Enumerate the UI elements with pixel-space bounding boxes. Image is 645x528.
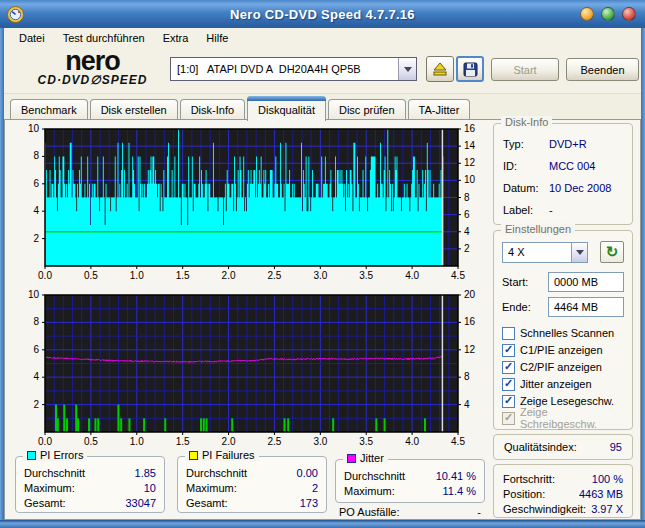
close-button[interactable] xyxy=(622,7,636,21)
jitter-title: Jitter xyxy=(360,452,384,464)
tab-diskqualitaet[interactable]: Diskqualität xyxy=(247,96,326,121)
jitter-legend-swatch xyxy=(347,454,356,463)
svg-text:3.0: 3.0 xyxy=(313,270,327,281)
settings-panel: Einstellungen 4 X ↻ Start: Ende: xyxy=(493,230,633,430)
svg-text:1.0: 1.0 xyxy=(130,270,144,281)
quality-index-label: Qualitätsindex: xyxy=(504,435,577,459)
svg-text:4.0: 4.0 xyxy=(405,436,419,447)
svg-text:8: 8 xyxy=(33,316,39,327)
pi-errors-chart: 2468102468101214160.00.51.01.52.02.53.03… xyxy=(13,124,489,282)
disk-info-title: Disk-Info xyxy=(501,116,552,128)
pi-failures-panel: PI Failures Durchschnitt0.00 Maximum:2 G… xyxy=(177,456,327,513)
checkbox-schnelles-scannen[interactable]: Schnelles Scannen xyxy=(502,325,624,341)
svg-text:2.0: 2.0 xyxy=(222,436,236,447)
pi-errors-panel: PI Errors Durchschnitt1.85 Maximum:10 Ge… xyxy=(15,456,165,513)
stat-row: Maximum:10 xyxy=(24,481,156,496)
svg-text:12: 12 xyxy=(464,344,476,355)
start-button[interactable]: Start xyxy=(491,58,559,81)
tab-disk-erstellen[interactable]: Disk erstellen xyxy=(90,99,178,120)
stat-row: Durchschnitt1.85 xyxy=(24,466,156,481)
menu-test-durchfuehren[interactable]: Test durchführen xyxy=(54,30,154,46)
nero-logo-subtitle: CD·DVD∅SPEED xyxy=(20,74,165,86)
disk-info-panel: Disk-Info Typ:DVD+R ID:MCC 004 Datum:10 … xyxy=(493,123,633,225)
quit-button[interactable]: Beenden xyxy=(566,58,639,81)
svg-text:0.5: 0.5 xyxy=(84,436,98,447)
speed-select-arrow[interactable] xyxy=(571,243,587,262)
svg-text:2.5: 2.5 xyxy=(267,270,281,281)
drive-select-value: [1:0] ATAPI DVD A DH20A4H QP5B xyxy=(171,63,398,75)
svg-text:4: 4 xyxy=(33,371,39,382)
tab-ta-jitter[interactable]: TA-Jitter xyxy=(408,99,471,120)
tab-disk-info[interactable]: Disk-Info xyxy=(180,99,245,120)
tab-benchmark[interactable]: Benchmark xyxy=(10,99,88,120)
chevron-down-icon xyxy=(404,67,412,72)
pi-failures-jitter-chart: 246810481216200.00.51.01.52.02.53.03.54.… xyxy=(13,290,489,448)
svg-text:6: 6 xyxy=(33,344,39,355)
disk-info-row: Typ:DVD+R xyxy=(503,133,623,155)
disk-info-row: ID:MCC 004 xyxy=(503,155,623,177)
po-failures-row: PO Ausfälle: - xyxy=(339,506,481,518)
minimize-button[interactable] xyxy=(580,7,594,21)
menu-datei[interactable]: Datei xyxy=(10,30,54,46)
svg-text:8: 8 xyxy=(464,371,470,382)
svg-text:0.0: 0.0 xyxy=(38,270,52,281)
svg-text:10: 10 xyxy=(464,174,476,185)
po-failures-value: - xyxy=(477,506,481,518)
checkbox-jitter-anzeigen[interactable]: Jitter anzeigen xyxy=(502,376,624,392)
menu-hilfe[interactable]: Hilfe xyxy=(197,30,237,46)
svg-text:4: 4 xyxy=(33,205,39,216)
svg-text:2: 2 xyxy=(33,233,39,244)
checkbox-icon xyxy=(502,361,515,374)
start-field-label: Start: xyxy=(502,276,528,288)
end-field-label: Ende: xyxy=(502,301,531,313)
nero-logo: nero CD·DVD∅SPEED xyxy=(20,49,165,86)
refresh-button[interactable]: ↻ xyxy=(600,241,624,263)
checkbox-c2-pif-anzeigen[interactable]: C2/PIF anzeigen xyxy=(502,359,624,375)
svg-text:6: 6 xyxy=(464,209,470,220)
app-window: Nero CD-DVD Speed 4.7.7.16 Datei Test du… xyxy=(0,0,645,528)
svg-text:16: 16 xyxy=(464,124,476,134)
start-field[interactable] xyxy=(548,272,624,292)
svg-text:6: 6 xyxy=(33,178,39,189)
checkbox-icon xyxy=(502,412,515,425)
save-button[interactable] xyxy=(456,56,484,82)
svg-text:0.5: 0.5 xyxy=(84,270,98,281)
progress-row: Fortschritt:100 % xyxy=(503,472,623,487)
svg-text:3.5: 3.5 xyxy=(359,436,373,447)
nero-logo-brand: nero xyxy=(20,49,165,74)
disk-info-row: Label:- xyxy=(503,199,623,221)
svg-text:4.5: 4.5 xyxy=(451,270,465,281)
progress-row: Position:4463 MB xyxy=(503,487,623,502)
window-title: Nero CD-DVD Speed 4.7.7.16 xyxy=(0,7,645,22)
chevron-down-icon xyxy=(576,250,584,255)
speed-select[interactable]: 4 X xyxy=(502,242,588,263)
svg-text:10: 10 xyxy=(28,290,40,300)
window-border-bottom xyxy=(0,520,645,528)
svg-text:3.5: 3.5 xyxy=(359,270,373,281)
eject-icon xyxy=(432,61,448,77)
stat-row: Gesamt:173 xyxy=(186,496,318,511)
refresh-icon: ↻ xyxy=(606,243,619,261)
eject-button[interactable] xyxy=(426,56,454,82)
svg-text:0.0: 0.0 xyxy=(38,436,52,447)
pi-failures-legend-swatch xyxy=(189,451,198,460)
svg-text:8: 8 xyxy=(33,150,39,161)
stat-row: Gesamt:33047 xyxy=(24,496,156,511)
menu-extra[interactable]: Extra xyxy=(154,30,198,46)
settings-title: Einstellungen xyxy=(501,223,575,235)
checkbox-c1-pie-anzeigen[interactable]: C1/PIE anzeigen xyxy=(502,342,624,358)
tab-disc-pruefen[interactable]: Disc prüfen xyxy=(328,99,406,120)
maximize-button[interactable] xyxy=(601,7,615,21)
title-bar: Nero CD-DVD Speed 4.7.7.16 xyxy=(0,0,645,28)
stat-row: Durchschnitt0.00 xyxy=(186,466,318,481)
toolbar: nero CD·DVD∅SPEED [1:0] ATAPI DVD A DH20… xyxy=(4,48,641,94)
svg-text:2.0: 2.0 xyxy=(222,270,236,281)
svg-text:4: 4 xyxy=(464,226,470,237)
end-field[interactable] xyxy=(548,297,624,317)
app-gauge-icon xyxy=(7,6,24,23)
checkbox-icon xyxy=(502,344,515,357)
drive-select[interactable]: [1:0] ATAPI DVD A DH20A4H QP5B xyxy=(170,57,417,81)
checkbox-icon xyxy=(502,395,515,408)
drive-select-arrow[interactable] xyxy=(398,58,416,80)
svg-text:1.5: 1.5 xyxy=(176,436,190,447)
